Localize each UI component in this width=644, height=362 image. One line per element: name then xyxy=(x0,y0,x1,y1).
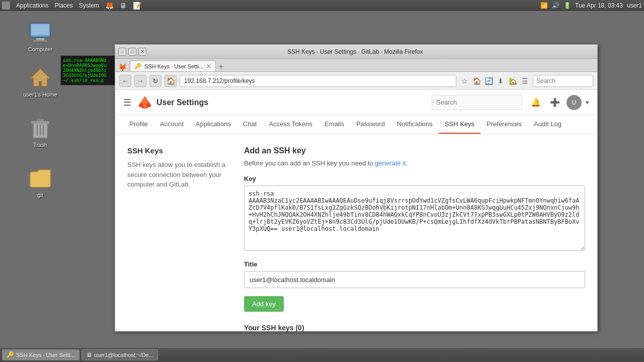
add-key-button[interactable]: Add key xyxy=(244,296,284,312)
trash-icon-img xyxy=(28,116,52,140)
home-icon-label: user1's Home xyxy=(23,92,57,98)
tab-close-btn[interactable]: ✕ xyxy=(206,63,211,70)
svg-marker-5 xyxy=(30,68,50,86)
svg-rect-3 xyxy=(33,40,47,42)
menu-icon[interactable]: ☰ xyxy=(520,76,530,86)
gitlab-app: ☰ User Settings 🔔 ➕ U xyxy=(115,90,597,331)
browser-window: – □ ✕ SSH Keys · User Settings · GitLab … xyxy=(115,44,598,331)
volume-icon: 🔊 xyxy=(552,2,559,9)
computer-icon-label: Computer xyxy=(28,46,52,52)
info-text: Before you can add an SSH key you need t… xyxy=(244,159,585,167)
home-bookmark-icon[interactable]: 🏠 xyxy=(471,76,481,86)
places-menu[interactable]: Places xyxy=(55,2,73,9)
trash-icon[interactable]: Trash xyxy=(20,116,60,148)
main-content: Add an SSH key Before you can add an SSH… xyxy=(244,146,585,331)
tab-preferences[interactable]: Preferences xyxy=(480,115,528,134)
taskbar-browser-favicon: 🔑 xyxy=(7,351,14,358)
system-menu[interactable]: System xyxy=(79,2,99,9)
browser-search-input[interactable] xyxy=(533,75,593,87)
sidebar-description-text: SSH keys allow you to establish a secure… xyxy=(127,160,228,190)
back-btn[interactable]: ← xyxy=(119,75,131,87)
tab-audit-log[interactable]: Audit Log xyxy=(528,115,568,134)
taskbar-browser-label: SSH Keys · User Setti... xyxy=(16,352,75,358)
your-keys-section: Your SSH keys (0) There are no SSH keys … xyxy=(244,324,585,331)
reload-btn[interactable]: ↻ xyxy=(149,75,162,87)
title-label: Title xyxy=(244,260,585,268)
desktop: Applications Places System 🦊 🖥 📝 📶 🔊 🔋 T… xyxy=(0,0,644,362)
taskbar-terminal-label: user1@localhost:~/De... xyxy=(94,352,153,358)
tab-favicon: 🔑 xyxy=(134,63,141,69)
browser-tab-active[interactable]: 🔑 SSH Keys · User Setti... ✕ xyxy=(130,60,216,71)
browser-title: SSH Keys · User Settings · GitLab · Mozi… xyxy=(146,48,564,55)
datetime-label: Tue Apr 18, 03:43 xyxy=(575,2,623,9)
browser-titlebar: – □ ✕ SSH Keys · User Settings · GitLab … xyxy=(115,45,597,59)
sidebar-title: SSH Keys xyxy=(127,146,228,155)
tab-chat[interactable]: Chat xyxy=(237,115,263,134)
battery-icon: 🔋 xyxy=(564,2,571,9)
svg-rect-0 xyxy=(2,2,10,10)
git-folder-label: git xyxy=(37,192,43,198)
home-icon-img xyxy=(28,65,52,89)
tab-account[interactable]: Account xyxy=(154,115,190,134)
applications-menu[interactable]: Applications xyxy=(16,2,49,9)
terminal-line-4: 3Cd3UlG/pjUde1OU xyxy=(63,73,118,78)
browser-window-controls: – □ ✕ xyxy=(118,48,146,56)
new-tab-btn[interactable]: + xyxy=(219,62,223,71)
gitlab-header: ☰ User Settings 🔔 ➕ U xyxy=(115,90,597,115)
your-keys-title: Your SSH keys (0) xyxy=(244,324,585,331)
svg-marker-13 xyxy=(141,96,148,102)
tab-label: SSH Keys · User Setti... xyxy=(144,63,203,69)
tab-emails[interactable]: Emails xyxy=(318,115,350,134)
svg-rect-4 xyxy=(31,24,49,35)
tab-profile[interactable]: Profile xyxy=(123,115,154,134)
browser-tabs: 🦊 🔑 SSH Keys · User Setti... ✕ + xyxy=(115,59,597,72)
tab-applications[interactable]: Applications xyxy=(190,115,237,134)
title-input[interactable] xyxy=(244,271,585,288)
taskbar-bottom: 🔑 SSH Keys · User Setti... 🖥 user1@local… xyxy=(0,348,644,362)
sync-icon[interactable]: 🔄 xyxy=(484,76,494,86)
gitlab-logo: User Settings xyxy=(137,95,208,110)
sidebar-description: SSH Keys SSH keys allow you to establish… xyxy=(127,146,228,331)
gitlab-logo-text: User Settings xyxy=(156,98,208,107)
hamburger-menu-btn[interactable]: ☰ xyxy=(123,97,131,108)
user-avatar[interactable]: U xyxy=(567,95,582,110)
browser-maximize-btn[interactable]: □ xyxy=(128,48,136,56)
home2-icon[interactable]: 🏡 xyxy=(508,76,518,86)
gitlab-header-icons: 🔔 ➕ U ▾ xyxy=(528,95,589,110)
terminal-line-2: m+Unn0A8KGJwqgUu xyxy=(63,63,118,68)
section-title: Add an SSH key xyxy=(244,146,585,155)
git-folder-icon[interactable]: git xyxy=(20,166,60,198)
bookmark-icon[interactable]: ☆ xyxy=(459,76,469,86)
toolbar-icons: ☆ 🏠 🔄 ⬇ 🏡 ☰ xyxy=(459,76,530,86)
url-bar[interactable] xyxy=(180,75,456,87)
taskbar-browser-item[interactable]: 🔑 SSH Keys · User Setti... xyxy=(2,349,79,360)
terminal-line-1: ssh-rsa AAAAB3Nz xyxy=(63,58,118,63)
taskbar-terminal-favicon: 🖥 xyxy=(86,351,92,358)
taskbar-terminal-item[interactable]: 🖥 user1@localhost:~/De... xyxy=(82,349,158,360)
download-icon[interactable]: ⬇ xyxy=(496,76,506,86)
browser-toolbar: ← → ↻ 🏠 ☆ 🏠 🔄 ⬇ 🏡 ☰ xyxy=(115,72,597,90)
add-btn[interactable]: ➕ xyxy=(547,95,562,110)
svg-rect-2 xyxy=(36,38,44,40)
browser-minimize-btn[interactable]: – xyxy=(118,48,126,56)
computer-icon[interactable]: Computer xyxy=(20,20,60,52)
network-icon: 📶 xyxy=(540,2,548,9)
browser-close-btn[interactable]: ✕ xyxy=(138,48,146,56)
tab-password[interactable]: Password xyxy=(350,115,391,134)
tab-notifications[interactable]: Notifications xyxy=(391,115,439,134)
notifications-bell-btn[interactable]: 🔔 xyxy=(528,95,543,110)
home-nav-btn[interactable]: 🏠 xyxy=(165,75,177,87)
tab-access-tokens[interactable]: Access Tokens xyxy=(263,115,318,134)
gitlab-nav: Profile Account Applications Chat Access… xyxy=(115,115,597,134)
tab-ssh-keys[interactable]: SSH Keys xyxy=(439,115,480,134)
forward-btn[interactable]: → xyxy=(134,75,146,87)
home-icon[interactable]: user1's Home xyxy=(20,65,60,98)
terminal-taskbar-icon: 🖥 xyxy=(120,2,127,10)
gitlab-search-input[interactable] xyxy=(432,95,522,110)
terminal-line-3: 2OH4XNZhlje49bTi xyxy=(63,68,118,73)
user-dropdown-arrow[interactable]: ▾ xyxy=(586,99,589,106)
ssh-key-textarea[interactable] xyxy=(244,186,585,251)
key-form-group: Key xyxy=(244,175,585,252)
editor-taskbar-icon: 📝 xyxy=(133,2,141,10)
generate-key-link[interactable]: generate it. xyxy=(375,159,408,167)
